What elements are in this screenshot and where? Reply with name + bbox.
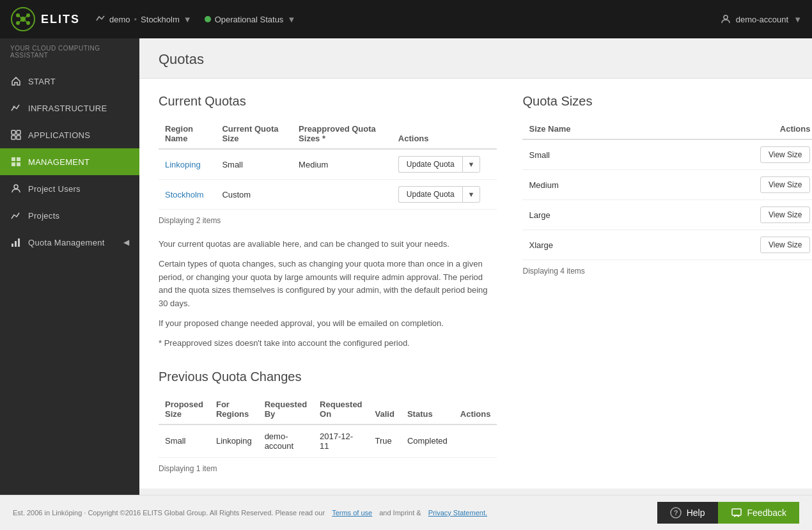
update-quota-dropdown[interactable]: ▼ bbox=[462, 186, 481, 203]
col-actions-prev: Actions bbox=[454, 394, 497, 425]
sidebar: YOUR CLOUD COMPUTING ASSISTANT START INF… bbox=[0, 38, 139, 495]
region-link-stockholm[interactable]: Stockholm bbox=[165, 190, 204, 199]
bar-chart-icon bbox=[10, 237, 22, 248]
proposed-size: Small bbox=[159, 425, 210, 458]
sidebar-item-label: Quota Management bbox=[28, 238, 105, 247]
svg-rect-13 bbox=[17, 130, 20, 134]
operational-status-label: Operational Status bbox=[215, 15, 284, 24]
view-size-btn-medium[interactable]: View Size bbox=[760, 176, 810, 193]
and-text: and Imprint & bbox=[379, 509, 421, 517]
col-preapproved: Preapproved QuotaSizes * bbox=[292, 119, 392, 149]
sidebar-item-management[interactable]: MANAGEMENT bbox=[0, 148, 139, 175]
region-label: Stockholm bbox=[141, 15, 180, 24]
content-area: Quotas Current Quotas RegionName Current… bbox=[139, 38, 812, 495]
current-quotas-title: Current Quotas bbox=[159, 94, 497, 109]
svg-rect-22 bbox=[15, 241, 17, 247]
requested-by: demo-account bbox=[258, 425, 313, 458]
col-proposed-size: ProposedSize bbox=[159, 394, 210, 425]
svg-point-10 bbox=[724, 15, 728, 19]
size-name: Small bbox=[522, 139, 659, 170]
footer-copyright: Est. 2006 in Linköping · Copyright ©2016… bbox=[13, 509, 487, 517]
project-region-selector[interactable]: demo • Stockholm ▼ bbox=[95, 14, 192, 24]
sidebar-item-label: APPLICATIONS bbox=[28, 130, 90, 140]
view-size-btn-large[interactable]: View Size bbox=[760, 207, 810, 223]
home-icon bbox=[10, 75, 22, 87]
update-quota-main[interactable]: Update Quota bbox=[398, 156, 462, 173]
svg-rect-14 bbox=[12, 136, 15, 139]
navbar-center: demo • Stockholm ▼ Operational Status ▼ bbox=[95, 14, 721, 24]
update-quota-btn-linkoping[interactable]: Update Quota ▼ bbox=[398, 156, 491, 173]
help-icon: ? bbox=[670, 507, 682, 518]
sidebar-item-label: START bbox=[28, 77, 56, 86]
sidebar-item-infrastructure[interactable]: INFRASTRUCTURE bbox=[0, 95, 139, 121]
sidebar-item-projects[interactable]: Projects bbox=[0, 202, 139, 229]
svg-rect-12 bbox=[12, 130, 15, 134]
brand-name: ELITS bbox=[41, 13, 80, 26]
page-header: Quotas bbox=[139, 38, 812, 79]
info-para-2: Certain types of quota changes, such as … bbox=[159, 258, 497, 311]
main-layout: YOUR CLOUD COMPUTING ASSISTANT START INF… bbox=[0, 38, 812, 495]
terms-link[interactable]: Terms of use bbox=[332, 509, 372, 517]
operational-status[interactable]: Operational Status ▼ bbox=[205, 15, 296, 24]
svg-rect-23 bbox=[18, 238, 20, 247]
privacy-link[interactable]: Privacy Statement. bbox=[428, 509, 487, 517]
update-quota-btn-stockholm[interactable]: Update Quota ▼ bbox=[398, 186, 491, 203]
svg-rect-21 bbox=[12, 244, 13, 247]
size-name: Large bbox=[522, 200, 659, 230]
update-quota-main[interactable]: Update Quota bbox=[398, 186, 462, 203]
current-quotas-section: Current Quotas RegionName Current QuotaS… bbox=[159, 94, 497, 473]
col-status: Status bbox=[401, 394, 454, 425]
actions bbox=[454, 425, 497, 458]
valid: True bbox=[369, 425, 401, 458]
col-size-name: Size Name bbox=[522, 119, 659, 139]
col-valid: Valid bbox=[369, 394, 401, 425]
sidebar-item-label: Project Users bbox=[28, 184, 81, 194]
table-row: Stockholm Custom Update Quota ▼ bbox=[159, 180, 497, 210]
sidebar-item-start[interactable]: START bbox=[0, 68, 139, 95]
svg-point-20 bbox=[14, 185, 18, 189]
quota-sizes-count: Displaying 4 items bbox=[522, 267, 812, 276]
col-actions: Actions bbox=[392, 119, 497, 149]
region-link-linkoping[interactable]: Linkoping bbox=[165, 160, 201, 169]
sidebar-item-label: Projects bbox=[28, 211, 59, 221]
feedback-label: Feedback bbox=[747, 508, 786, 518]
account-label: demo-account bbox=[736, 15, 788, 24]
info-para-1: Your current quotas are avaliable here, … bbox=[159, 238, 497, 251]
current-size-cell: Small bbox=[215, 149, 292, 180]
sidebar-item-label: INFRASTRUCTURE bbox=[28, 104, 107, 113]
footer-actions: ? Help Feedback bbox=[657, 502, 799, 524]
col-current-size: Current QuotaSize bbox=[215, 119, 292, 149]
table-row: Medium View Size bbox=[522, 170, 812, 200]
status-dot bbox=[205, 16, 211, 22]
svg-rect-16 bbox=[12, 157, 15, 161]
info-text-block: Your current quotas are avaliable here, … bbox=[159, 238, 497, 350]
help-button[interactable]: ? Help bbox=[657, 502, 718, 524]
page-body: Current Quotas RegionName Current QuotaS… bbox=[139, 79, 812, 488]
for-regions: Linkoping bbox=[210, 425, 258, 458]
view-size-btn-small[interactable]: View Size bbox=[760, 146, 810, 163]
col-for-regions: ForRegions bbox=[210, 394, 258, 425]
quota-sizes-section: Quota Sizes Size Name Actions Small View bbox=[522, 94, 812, 473]
status: Completed bbox=[401, 425, 454, 458]
apps-icon bbox=[10, 129, 22, 141]
account-menu[interactable]: demo-account ▼ bbox=[721, 14, 802, 24]
user-icon bbox=[10, 183, 22, 194]
requested-on: 2017-12-11 bbox=[313, 425, 368, 458]
prev-quota-count: Displaying 1 item bbox=[159, 464, 497, 473]
col-requested-on: RequestedOn bbox=[313, 394, 368, 425]
sidebar-item-project-users[interactable]: Project Users bbox=[0, 175, 139, 202]
feedback-icon bbox=[731, 507, 742, 518]
footer: Est. 2006 in Linköping · Copyright ©2016… bbox=[0, 495, 812, 530]
sidebar-item-applications[interactable]: APPLICATIONS bbox=[0, 121, 139, 148]
col-region: RegionName bbox=[159, 119, 215, 149]
sidebar-collapse-icon: ◀ bbox=[123, 238, 129, 247]
view-size-btn-xlarge[interactable]: View Size bbox=[760, 237, 810, 253]
sidebar-subtitle: YOUR CLOUD COMPUTING ASSISTANT bbox=[0, 38, 139, 68]
svg-rect-26 bbox=[732, 509, 741, 515]
svg-rect-15 bbox=[17, 136, 20, 139]
sidebar-item-quota-management[interactable]: Quota Management ◀ bbox=[0, 229, 139, 256]
current-quotas-table: RegionName Current QuotaSize Preapproved… bbox=[159, 119, 497, 210]
update-quota-dropdown[interactable]: ▼ bbox=[462, 156, 481, 173]
feedback-button[interactable]: Feedback bbox=[718, 502, 799, 524]
logo: ELITS bbox=[10, 6, 80, 32]
